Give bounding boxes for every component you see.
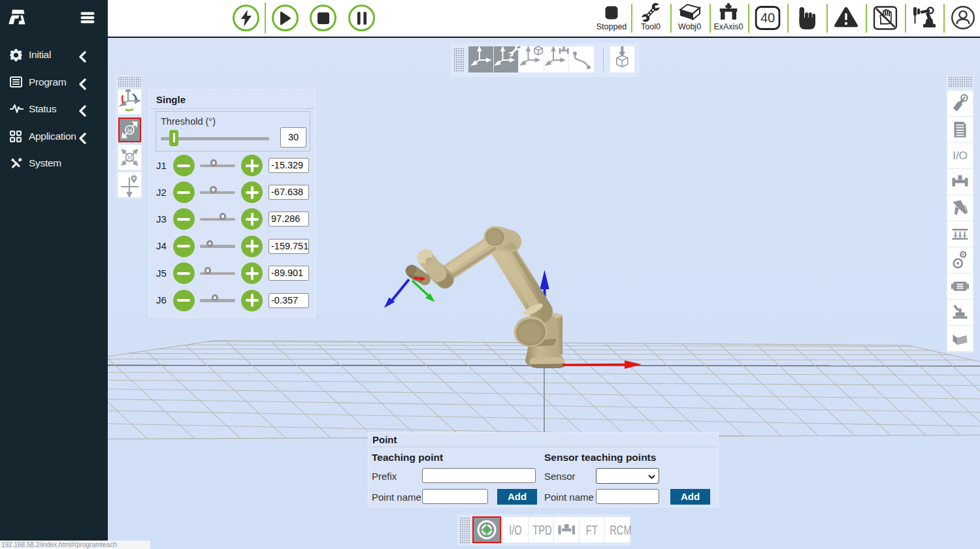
svg-text:I/O: I/O [953,149,968,162]
svg-text:40: 40 [760,10,775,25]
svg-text:M: M [127,154,132,161]
svg-text:M: M [127,127,133,134]
